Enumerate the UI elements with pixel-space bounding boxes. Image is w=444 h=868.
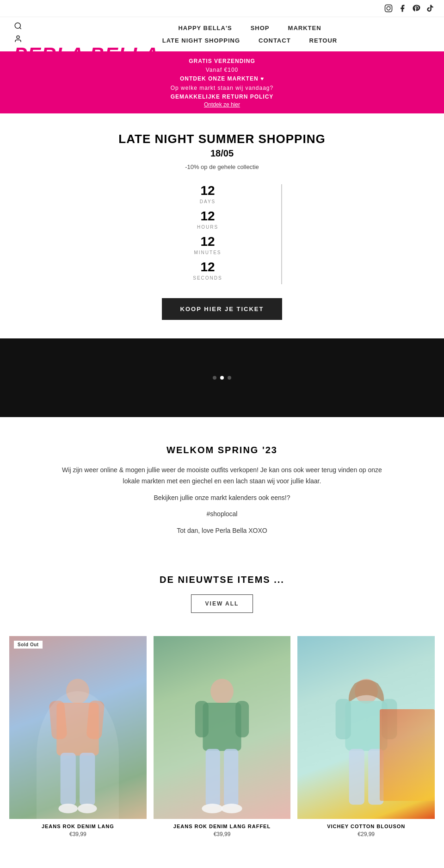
product-name-2: JEANS ROK DENIM LANG RAFFEL [154, 824, 291, 829]
product-card-3[interactable]: VICHEY COTTON BLOUSON €29,99 [297, 636, 435, 838]
welcome-text-4: Tot dan, love Perla Bella XOXO [56, 525, 388, 537]
tiktok-icon[interactable] [426, 4, 435, 13]
banner-line-5: GEMAKKELIJKE RETURN POLICY [9, 93, 435, 101]
nav-contact[interactable]: CONTACT [259, 37, 291, 44]
agenda-section: ONZE AGENDA VOOR 2023 ♥ [0, 856, 444, 868]
top-bar [0, 0, 444, 17]
welcome-text-2: Bekijken jullie onze markt kalenders ook… [56, 493, 388, 504]
nav-row-2: LATE NIGHT SHOPPING CONTACT RETOUR [162, 34, 338, 47]
pinterest-icon[interactable] [412, 4, 421, 13]
hero-date: 18/05 [9, 148, 435, 159]
countdown: 12 DAYS 12 HOURS 12 MINUTES 12 SECONDS [162, 184, 282, 284]
welcome-title: WELKOM SPRING '23 [56, 445, 388, 456]
ticket-button[interactable]: KOOP HIER JE TICKET [162, 298, 283, 320]
nav-markten[interactable]: MARKTEN [288, 25, 321, 31]
social-icons [384, 4, 435, 13]
countdown-days-label: DAYS [200, 199, 216, 204]
svg-rect-24 [335, 699, 351, 739]
user-icon[interactable] [14, 35, 22, 44]
welcome-text-1: Wij zijn weer online & mogen jullie weer… [56, 465, 388, 487]
product-image-2 [154, 636, 291, 819]
countdown-days-value: 12 [200, 184, 215, 197]
product-card-2[interactable]: JEANS ROK DENIM LANG RAFFEL €39,99 [154, 636, 291, 838]
welcome-text-3: #shoplocal [56, 509, 388, 520]
svg-point-5 [17, 36, 19, 38]
countdown-seconds-label: SECONDS [193, 275, 222, 281]
logo-area: PERLA BELLA [14, 22, 159, 64]
svg-rect-0 [385, 5, 392, 12]
hero-title: LATE NIGHT SUMMER SHOPPING [9, 132, 435, 146]
banner-link[interactable]: Ontdek ze hier [9, 101, 435, 108]
svg-rect-10 [61, 753, 76, 806]
product-grid: Sold Out JEANS ROK DENIM LANG €39,99 JEA… [0, 636, 444, 838]
product-image-3 [297, 636, 435, 819]
product-name-1: JEANS ROK DENIM LANG [9, 824, 147, 829]
svg-rect-7 [57, 703, 99, 756]
svg-rect-26 [349, 749, 364, 805]
new-items-title: DE NIEUWTSE ITEMS ... [9, 575, 435, 585]
logo-text[interactable]: PERLA BELLA [14, 45, 159, 64]
svg-point-3 [15, 23, 20, 28]
nav-happy-bellas[interactable]: HAPPY BELLA'S [178, 25, 232, 31]
svg-rect-15 [203, 703, 241, 751]
dot-3 [228, 376, 231, 380]
svg-rect-18 [206, 749, 220, 807]
svg-rect-19 [224, 749, 238, 807]
svg-point-14 [210, 679, 234, 704]
facebook-icon[interactable] [398, 4, 407, 13]
product-price-3: €29,99 [297, 831, 435, 837]
product-price-2: €39,99 [154, 831, 291, 837]
svg-rect-9 [86, 700, 105, 740]
nav-late-night-shopping[interactable]: LATE NIGHT SHOPPING [162, 37, 240, 44]
sold-out-badge-1: Sold Out [14, 641, 43, 649]
banner-line-2: Vanaf €100 [9, 66, 435, 75]
product-price-1: €39,99 [9, 831, 147, 837]
dark-section [0, 338, 444, 417]
countdown-hours-value: 12 [200, 210, 215, 223]
new-items-section: DE NIEUWTSE ITEMS ... VIEW ALL [0, 561, 444, 636]
countdown-wrapper: 12 DAYS 12 HOURS 12 MINUTES 12 SECONDS [9, 180, 435, 289]
banner-line-4: Op welke markt staan wij vandaag? [9, 84, 435, 93]
product-card-1[interactable]: Sold Out JEANS ROK DENIM LANG €39,99 [9, 636, 147, 838]
product-name-3: VICHEY COTTON BLOUSON [297, 824, 435, 829]
svg-point-12 [59, 804, 78, 813]
instagram-icon[interactable] [384, 4, 393, 13]
navigation: PERLA BELLA HAPPY BELLA'S SHOP MARKTEN L… [0, 17, 444, 51]
view-all-button[interactable]: VIEW ALL [191, 594, 253, 613]
countdown-seconds-value: 12 [200, 261, 215, 274]
svg-rect-8 [49, 700, 68, 740]
product-image-1: Sold Out [9, 636, 147, 819]
svg-line-4 [19, 27, 21, 29]
countdown-hours-label: HOURS [197, 225, 218, 230]
banner-line-3: ONTDEK ONZE MARKTEN ♥ [9, 75, 435, 83]
nav-retour[interactable]: RETOUR [309, 37, 338, 44]
welcome-section: WELKOM SPRING '23 Wij zijn weer online &… [0, 417, 444, 561]
svg-rect-11 [80, 753, 95, 806]
nav-row-1: HAPPY BELLA'S SHOP MARKTEN [178, 22, 321, 34]
svg-rect-17 [235, 701, 249, 737]
svg-rect-16 [195, 701, 209, 737]
dot-1 [213, 376, 216, 380]
countdown-minutes-label: MINUTES [194, 250, 222, 255]
svg-point-21 [221, 804, 242, 813]
search-icon[interactable] [14, 22, 22, 31]
nav-shop[interactable]: SHOP [251, 25, 270, 31]
svg-point-1 [387, 6, 390, 10]
svg-point-6 [66, 679, 89, 704]
svg-point-2 [390, 6, 391, 7]
dot-indicator [213, 376, 231, 380]
hero-discount: -10% op de gehele collectie [9, 163, 435, 170]
dot-2 [220, 376, 224, 380]
svg-point-13 [78, 804, 97, 813]
hero-section: LATE NIGHT SUMMER SHOPPING 18/05 -10% op… [0, 113, 444, 338]
search-user-icons [14, 22, 22, 44]
countdown-minutes-value: 12 [200, 235, 215, 248]
svg-point-20 [202, 804, 223, 813]
